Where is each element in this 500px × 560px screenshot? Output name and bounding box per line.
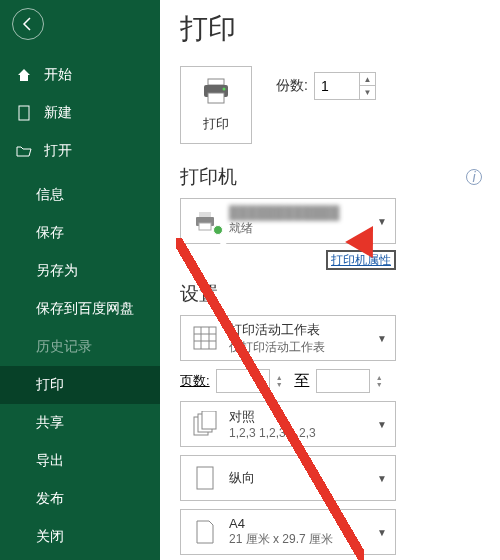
printer-status-icon (189, 205, 221, 237)
nav-label: 新建 (44, 104, 72, 122)
printer-name: ████████████ (229, 205, 373, 220)
svg-rect-15 (202, 411, 216, 429)
pages-label: 页数: (180, 372, 210, 390)
collate-dropdown[interactable]: 对照 1,2,3 1,2,3 1,2,3 ▼ (180, 401, 396, 447)
pages-to-input[interactable] (316, 369, 370, 393)
sidebar-item-print[interactable]: 打印 (0, 366, 160, 404)
nav-label: 开始 (44, 66, 72, 84)
printer-icon (200, 77, 232, 109)
page-title: 打印 (180, 10, 500, 48)
copies-up[interactable]: ▲ (360, 73, 375, 86)
collate-icon (189, 408, 221, 440)
svg-rect-6 (199, 212, 211, 217)
chevron-down-icon: ▼ (377, 473, 387, 484)
down-caret-icon[interactable]: ▼ (276, 381, 288, 388)
sidebar-item-info[interactable]: 信息 (0, 176, 160, 214)
pages-from-input[interactable] (216, 369, 270, 393)
chevron-down-icon: ▼ (377, 527, 387, 538)
svg-rect-16 (197, 467, 213, 489)
copies-spinner[interactable]: ▲ ▼ (314, 72, 376, 100)
chevron-down-icon: ▼ (377, 419, 387, 430)
printer-properties-link[interactable]: 打印机属性 (326, 250, 396, 270)
print-button[interactable]: 打印 (180, 66, 252, 144)
sidebar-item-home[interactable]: 开始 (0, 56, 160, 94)
status-ready-icon (213, 225, 223, 235)
home-icon (16, 67, 34, 83)
svg-rect-8 (194, 327, 216, 349)
collate-line1: 对照 (229, 408, 373, 426)
print-what-dropdown[interactable]: 打印活动工作表 仅打印活动工作表 ▼ (180, 315, 396, 361)
sidebar-item-open[interactable]: 打开 (0, 132, 160, 170)
portrait-icon (189, 462, 221, 494)
sidebar-item-saveas[interactable]: 另存为 (0, 252, 160, 290)
chevron-down-icon: ▼ (377, 216, 387, 227)
print-button-label: 打印 (203, 115, 229, 133)
svg-rect-7 (199, 223, 211, 230)
print-what-line2: 仅打印活动工作表 (229, 339, 373, 356)
sidebar-item-history: 历史记录 (0, 328, 160, 366)
orientation-line1: 纵向 (229, 469, 373, 487)
document-icon (16, 105, 34, 121)
folder-icon (16, 143, 34, 159)
copies-label: 份数: (276, 77, 308, 95)
info-icon[interactable]: i (466, 169, 482, 185)
up-caret-icon[interactable]: ▲ (376, 374, 388, 381)
printer-section-title: 打印机 i (180, 164, 500, 190)
svg-rect-0 (19, 106, 29, 120)
nav-label: 打开 (44, 142, 72, 160)
sidebar-item-baidu[interactable]: 保存到百度网盘 (0, 290, 160, 328)
copies-down[interactable]: ▼ (360, 86, 375, 99)
sidebar-item-close[interactable]: 关闭 (0, 518, 160, 556)
collate-line2: 1,2,3 1,2,3 1,2,3 (229, 426, 373, 440)
orientation-dropdown[interactable]: 纵向 ▼ (180, 455, 396, 501)
settings-section-title: 设置 (180, 281, 500, 307)
svg-rect-1 (208, 79, 224, 85)
sidebar-item-new[interactable]: 新建 (0, 94, 160, 132)
up-caret-icon[interactable]: ▲ (276, 374, 288, 381)
copies-input[interactable] (315, 78, 359, 94)
sidebar-item-save[interactable]: 保存 (0, 214, 160, 252)
back-button[interactable] (12, 8, 44, 40)
printer-status: 就绪 (229, 220, 373, 237)
paper-dropdown[interactable]: A4 21 厘米 x 29.7 厘米 ▼ (180, 509, 396, 555)
svg-rect-3 (208, 93, 224, 103)
print-what-line1: 打印活动工作表 (229, 321, 373, 339)
sheets-icon (189, 322, 221, 354)
paper-line2: 21 厘米 x 29.7 厘米 (229, 531, 373, 548)
svg-point-4 (223, 88, 226, 91)
paper-line1: A4 (229, 516, 373, 531)
page-icon (189, 516, 221, 548)
pages-to-label: 至 (294, 371, 310, 392)
printer-dropdown[interactable]: ████████████ 就绪 ▼ (180, 198, 396, 244)
sidebar-item-publish[interactable]: 发布 (0, 480, 160, 518)
chevron-down-icon: ▼ (377, 333, 387, 344)
sidebar-item-export[interactable]: 导出 (0, 442, 160, 480)
down-caret-icon[interactable]: ▼ (376, 381, 388, 388)
sidebar-item-share[interactable]: 共享 (0, 404, 160, 442)
